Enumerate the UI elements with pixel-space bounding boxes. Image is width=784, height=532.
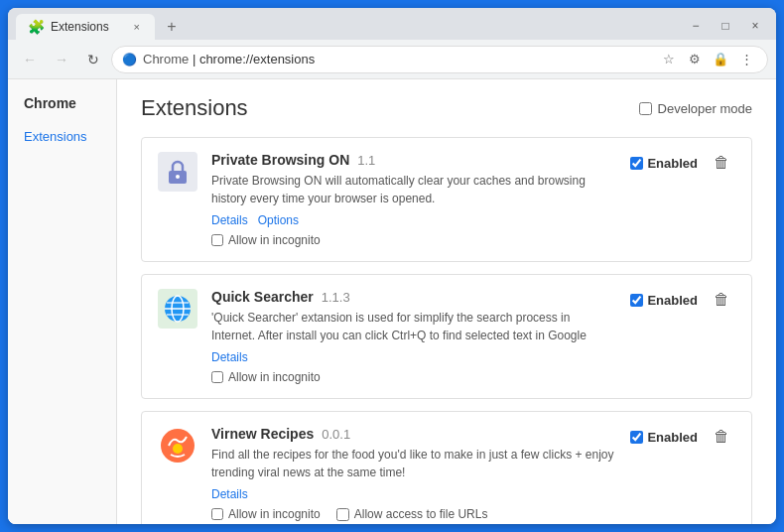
close-button[interactable]: × (742, 16, 768, 36)
extension-name-row: Virnew Recipes 0.0.1 (211, 426, 616, 442)
extension-file-access-label: Allow access to file URLs (354, 507, 488, 521)
extension-incognito-checkbox[interactable] (211, 234, 223, 246)
extension-icon-virnew-recipes (158, 426, 197, 466)
extension-incognito-label: Allow in incognito (228, 507, 321, 521)
extension-options-link[interactable]: Options (258, 213, 299, 227)
menu-button[interactable]: ⋮ (735, 49, 757, 70)
extension-body-virnew-recipes: Virnew Recipes 0.0.1 Find all the recipe… (211, 426, 616, 521)
extension-name: Virnew Recipes (211, 426, 314, 442)
extension-incognito-row: Allow in incognito (211, 507, 321, 521)
bookmark-button[interactable]: ☆ (658, 49, 680, 70)
extension-name: Quick Searcher (211, 289, 314, 305)
toolbar: ← → ↻ 🔵 Chrome | chrome://extensions ☆ ⚙… (8, 40, 776, 79)
extension-delete-button[interactable]: 🗑 (708, 152, 735, 174)
url-scheme: Chrome (143, 52, 189, 66)
extension-name: Private Browsing ON (211, 152, 349, 168)
title-bar: 🧩 Extensions × + − □ × (8, 8, 776, 40)
extension-card-private-browsing: Private Browsing ON 1.1 Private Browsing… (141, 137, 752, 262)
extension-incognito-checkbox[interactable] (211, 371, 223, 383)
content-header: Extensions Developer mode (141, 95, 752, 121)
extension-incognito-checkbox[interactable] (211, 508, 223, 520)
tab-label: Extensions (51, 20, 109, 34)
extension-version: 1.1 (357, 153, 375, 168)
forward-button[interactable]: → (48, 46, 75, 73)
main-content: Chrome Extensions Extensions Developer m… (8, 79, 776, 524)
extension-card-quick-searcher: Quick Searcher 1.1.3 'Quick Searcher' ex… (141, 274, 752, 399)
extension-body-quick-searcher: Quick Searcher 1.1.3 'Quick Searcher' ex… (211, 289, 616, 384)
content-area: Extensions Developer mode Pr (117, 79, 776, 524)
sidebar-item-extensions[interactable]: Extensions (8, 123, 116, 150)
extension-name-row: Quick Searcher 1.1.3 (211, 289, 616, 305)
reload-button[interactable]: ↻ (79, 46, 107, 73)
extension-version: 0.0.1 (322, 427, 350, 442)
extension-incognito-label: Allow in incognito (228, 233, 321, 247)
url-path: chrome://extensions (199, 52, 315, 66)
extension-controls: Enabled 🗑 (630, 426, 735, 448)
extension-description: Private Browsing ON will automatically c… (211, 172, 616, 207)
extension-name-row: Private Browsing ON 1.1 (211, 152, 616, 168)
extension-delete-button[interactable]: 🗑 (708, 289, 735, 311)
new-tab-button[interactable]: + (159, 16, 185, 38)
extension-description: Find all the recipes for the food you'd … (211, 446, 616, 481)
extension-file-access-checkbox[interactable] (336, 508, 349, 521)
extension-bottom-row: Allow in incognito Allow access to file … (211, 507, 616, 521)
extension-enabled-badge: Enabled (630, 293, 698, 308)
extension-enabled-badge: Enabled (630, 430, 698, 445)
extension-enabled-label: Enabled (647, 156, 698, 171)
extension-delete-button[interactable]: 🗑 (708, 426, 735, 448)
developer-mode-control: Developer mode (639, 101, 752, 116)
maximize-button[interactable]: □ (713, 16, 738, 36)
tab-favicon: 🧩 (28, 19, 45, 35)
address-text: Chrome | chrome://extensions (143, 52, 652, 66)
extension-description: 'Quick Searcher' extansion is used for s… (211, 309, 616, 344)
extension-icon-quick-searcher (158, 289, 197, 329)
extension-incognito-label: Allow in incognito (228, 370, 321, 384)
extension-links: Details (211, 350, 616, 364)
extension-version: 1.1.3 (322, 290, 350, 305)
browser-window: 🧩 Extensions × + − □ × ← → ↻ 🔵 Chrome | … (8, 8, 776, 524)
browser-tab[interactable]: 🧩 Extensions × (16, 14, 155, 40)
sidebar-title: Chrome (8, 95, 116, 123)
extension-file-access-row: Allow access to file URLs (336, 507, 488, 521)
minimize-button[interactable]: − (683, 16, 709, 36)
extension-links: Details Options (211, 213, 616, 227)
extension-body-private-browsing: Private Browsing ON 1.1 Private Browsing… (211, 152, 616, 247)
extension-controls: Enabled 🗑 (630, 152, 735, 174)
extension-links: Details (211, 487, 616, 501)
extension-details-link[interactable]: Details (211, 350, 248, 364)
developer-mode-label: Developer mode (658, 101, 752, 116)
extension-enabled-checkbox[interactable] (630, 157, 643, 170)
back-button[interactable]: ← (16, 46, 44, 73)
svg-point-8 (173, 444, 183, 454)
address-favicon: 🔵 (122, 53, 137, 66)
developer-mode-checkbox[interactable] (639, 102, 652, 115)
extension-details-link[interactable]: Details (211, 487, 248, 501)
extension-incognito-row: Allow in incognito (211, 370, 616, 384)
extension-details-link[interactable]: Details (211, 213, 248, 227)
extension-enabled-checkbox[interactable] (630, 294, 643, 307)
page-title: Extensions (141, 95, 248, 121)
extension-enabled-badge: Enabled (630, 156, 698, 171)
url-separator: | (193, 52, 199, 66)
extension-settings-button[interactable]: ⚙ (684, 49, 706, 70)
window-controls: − □ × (683, 16, 768, 36)
extension-card-virnew-recipes: Virnew Recipes 0.0.1 Find all the recipe… (141, 411, 752, 524)
extension-icon-private-browsing (158, 152, 197, 192)
tab-close-button[interactable]: × (131, 20, 143, 34)
extension-enabled-label: Enabled (647, 430, 698, 445)
sidebar: Chrome Extensions (8, 79, 117, 524)
extension-controls: Enabled 🗑 (630, 289, 735, 311)
extension-enabled-label: Enabled (647, 293, 698, 308)
svg-point-1 (176, 175, 180, 179)
lock-button[interactable]: 🔒 (710, 49, 731, 70)
address-bar[interactable]: 🔵 Chrome | chrome://extensions ☆ ⚙ 🔒 ⋮ (111, 46, 768, 73)
address-icons: ☆ ⚙ 🔒 ⋮ (658, 49, 757, 70)
extension-enabled-checkbox[interactable] (630, 431, 643, 444)
extension-incognito-row: Allow in incognito (211, 233, 616, 247)
